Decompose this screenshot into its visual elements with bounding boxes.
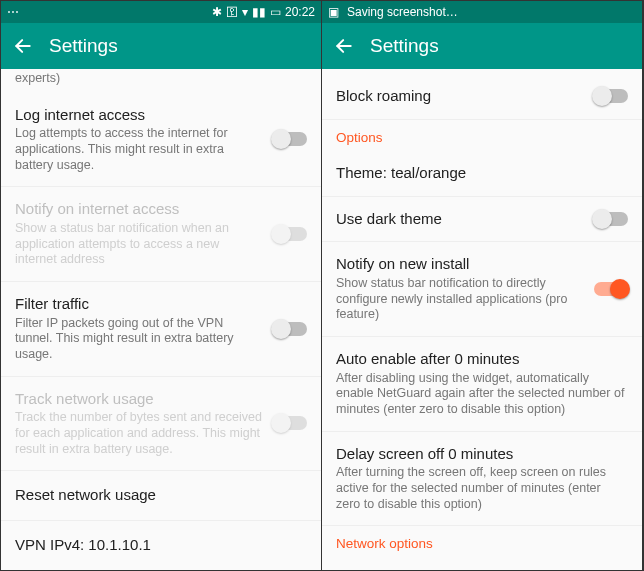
toggle-track-network-usage xyxy=(273,416,307,430)
screen-left: ⋯ ✱ ⚿ ▾ ▮▮ ▭ 20:22 Settings experts) Log… xyxy=(1,1,322,570)
item-subtitle: Show a status bar notification when an a… xyxy=(15,221,263,268)
page-title: Settings xyxy=(49,35,118,57)
section-header-network-options: Network options xyxy=(322,526,642,557)
item-reset-network-usage[interactable]: Reset network usage xyxy=(1,471,321,521)
image-icon: ▣ xyxy=(328,6,339,18)
item-notify-internet-access: Notify on internet access Show a status … xyxy=(1,187,321,282)
item-subtitle: Log attempts to access the internet for … xyxy=(15,126,263,173)
item-subtitle: Track the number of bytes sent and recei… xyxy=(15,410,263,457)
item-subtitle: After disabling using the widget, automa… xyxy=(336,371,628,418)
item-title: Use dark theme xyxy=(336,210,584,229)
list-item[interactable]: experts) xyxy=(1,69,321,93)
settings-list[interactable]: Block roaming Options Theme: teal/orange… xyxy=(322,69,642,570)
status-text: Saving screenshot… xyxy=(347,5,458,19)
toggle-filter-traffic[interactable] xyxy=(273,322,307,336)
item-subtitle: After turning the screen off, keep scree… xyxy=(336,465,628,512)
app-bar: Settings xyxy=(1,23,321,69)
battery-icon: ▭ xyxy=(270,6,281,18)
item-delay-screen-off[interactable]: Delay screen off 0 minutes After turning… xyxy=(322,432,642,527)
back-button[interactable] xyxy=(13,36,33,56)
item-track-network-usage: Track network usage Track the number of … xyxy=(1,377,321,472)
toggle-log-internet-access[interactable] xyxy=(273,132,307,146)
item-notify-new-install[interactable]: Notify on new install Show status bar no… xyxy=(322,242,642,337)
back-button[interactable] xyxy=(334,36,354,56)
item-auto-enable[interactable]: Auto enable after 0 minutes After disabl… xyxy=(322,337,642,432)
item-log-internet-access[interactable]: Log internet access Log attempts to acce… xyxy=(1,93,321,188)
item-title: Notify on new install xyxy=(336,255,584,274)
item-title: Notify on internet access xyxy=(15,200,263,219)
settings-list[interactable]: experts) Log internet access Log attempt… xyxy=(1,69,321,570)
page-title: Settings xyxy=(370,35,439,57)
item-title: Auto enable after 0 minutes xyxy=(336,350,628,369)
section-header-options: Options xyxy=(322,120,642,151)
item-title: Delay screen off 0 minutes xyxy=(336,445,628,464)
item-subtitle: Show status bar notification to directly… xyxy=(336,276,584,323)
item-title: Filter traffic xyxy=(15,295,263,314)
item-title: Log internet access xyxy=(15,106,263,125)
item-filter-traffic[interactable]: Filter traffic Filter IP packets going o… xyxy=(1,282,321,377)
item-block-roaming[interactable]: Block roaming xyxy=(322,69,642,120)
signal-icon: ▮▮ xyxy=(252,6,266,18)
overflow-icon: ⋯ xyxy=(7,6,19,18)
item-title: Theme: teal/orange xyxy=(336,164,628,183)
toggle-block-roaming[interactable] xyxy=(594,89,628,103)
wifi-icon: ▾ xyxy=(242,6,248,18)
item-title: Track network usage xyxy=(15,390,263,409)
toggle-notify-new-install[interactable] xyxy=(594,282,628,296)
bluetooth-icon: ✱ xyxy=(212,6,222,18)
item-title: Reset network usage xyxy=(15,486,307,505)
status-bar: ▣ Saving screenshot… xyxy=(322,1,642,23)
app-bar: Settings xyxy=(322,23,642,69)
item-subtitle-fragment: experts) xyxy=(15,71,307,87)
item-title: VPN IPv4: 10.1.10.1 xyxy=(15,536,307,555)
toggle-use-dark-theme[interactable] xyxy=(594,212,628,226)
item-vpn-ipv4[interactable]: VPN IPv4: 10.1.10.1 xyxy=(1,521,321,570)
key-icon: ⚿ xyxy=(226,6,238,18)
toggle-notify-internet-access xyxy=(273,227,307,241)
item-use-dark-theme[interactable]: Use dark theme xyxy=(322,197,642,243)
item-subtitle: Filter IP packets going out of the VPN t… xyxy=(15,316,263,363)
item-theme[interactable]: Theme: teal/orange xyxy=(322,151,642,197)
item-title: Block roaming xyxy=(336,87,584,106)
status-bar: ⋯ ✱ ⚿ ▾ ▮▮ ▭ 20:22 xyxy=(1,1,321,23)
screen-right: ▣ Saving screenshot… Settings Block roam… xyxy=(322,1,643,570)
clock: 20:22 xyxy=(285,5,315,19)
